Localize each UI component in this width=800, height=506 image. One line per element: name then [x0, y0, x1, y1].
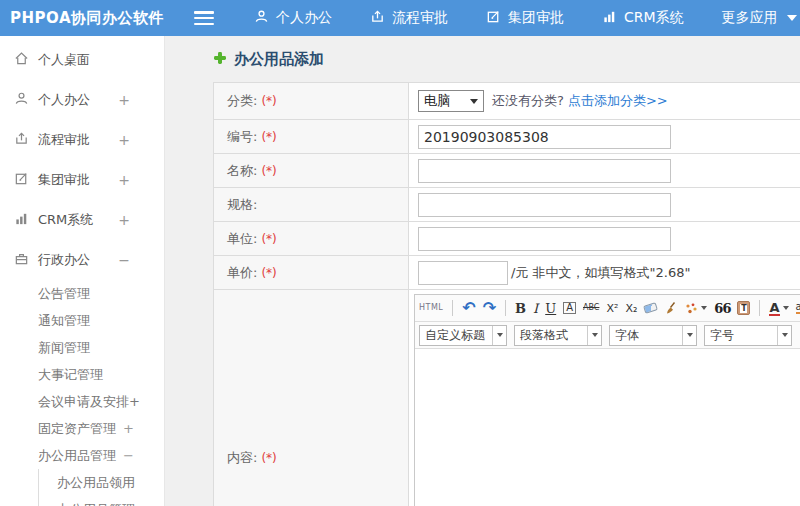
sidebar-item-label: 会议申请及安排+: [38, 393, 140, 411]
sidebar-item-label: 固定资产管理: [38, 420, 116, 438]
select-label: 字号: [710, 327, 734, 344]
sidebar-item-meetings[interactable]: 会议申请及安排+: [0, 388, 164, 415]
category-value-cell: 电脑 还没有分类? 点击添加分类>>: [409, 83, 800, 119]
font-family-select[interactable]: 字体: [609, 325, 697, 346]
required-marker: (*): [261, 232, 276, 246]
collapse-minus-icon[interactable]: −: [118, 252, 130, 268]
top-navigation: 个人办公 流程审批 集团审批 CRM系统 更多应用: [254, 9, 797, 27]
unit-label: 单位: (*): [214, 222, 409, 255]
name-input[interactable]: [418, 159, 671, 183]
paste-as-text-icon[interactable]: T: [737, 301, 750, 315]
select-label: 自定义标题: [425, 327, 485, 344]
select-caret-icon: [777, 326, 791, 345]
topbar: PHPOA协同办公软件 个人办公 流程审批 集团审批: [0, 0, 800, 36]
clean-format-broom-icon[interactable]: [664, 301, 678, 315]
font-size-select[interactable]: 字号: [704, 325, 792, 346]
expand-plus-icon[interactable]: +: [118, 92, 130, 108]
redo-icon[interactable]: ↷: [483, 300, 496, 316]
highlight-color-button[interactable]: ab: [796, 302, 800, 314]
select-caret-icon: [587, 326, 601, 345]
editor-toolbar-row1: HTML ↶ ↷ B I U A ABC X² X₂: [415, 295, 800, 322]
sidebar-item-personal-office[interactable]: 个人办公 +: [0, 80, 164, 120]
sidebar-item-fixed-assets[interactable]: 固定资产管理 +: [0, 415, 164, 442]
home-icon: [14, 51, 29, 69]
page-title: 办公用品添加: [213, 50, 800, 69]
sidebar-item-admin-office[interactable]: 行政办公 −: [0, 240, 164, 280]
paragraph-format-select[interactable]: 段落格式: [514, 325, 602, 346]
editor-content-area[interactable]: [415, 349, 800, 506]
nav-more-apps[interactable]: 更多应用: [722, 9, 797, 27]
bar-chart-icon: [602, 9, 617, 27]
sidebar-admin-submenu: 公告管理 通知管理 新闻管理 大事记管理 会议申请及安排+ 固定资产管理 + 办…: [0, 280, 164, 506]
format-painter-icon[interactable]: [685, 302, 707, 315]
sidebar-item-label: 集团审批: [38, 171, 90, 189]
html-source-button[interactable]: HTML: [419, 304, 443, 312]
collapse-minus-icon[interactable]: −: [123, 448, 134, 463]
sidebar-item-announcements[interactable]: 公告管理: [0, 280, 164, 307]
subscript-button[interactable]: X₂: [625, 303, 637, 314]
label-text: 编号:: [227, 128, 257, 146]
strikethrough-button[interactable]: ABC: [583, 304, 599, 312]
sidebar-item-news[interactable]: 新闻管理: [0, 334, 164, 361]
upload-icon: [14, 131, 29, 149]
caret-down-icon: [783, 306, 789, 310]
nav-label: 个人办公: [276, 9, 332, 27]
sidebar-item-office-supplies[interactable]: 办公用品管理 −: [0, 442, 164, 469]
toolbar-separator: [505, 300, 506, 316]
sidebar-item-crm[interactable]: CRM系统 +: [0, 200, 164, 240]
nav-group-approval[interactable]: 集团审批: [486, 9, 564, 27]
expand-plus-icon[interactable]: +: [123, 421, 134, 436]
label-text: 单位:: [227, 230, 257, 248]
expand-plus-icon[interactable]: +: [118, 212, 130, 228]
font-border-button[interactable]: A: [563, 302, 576, 314]
sidebar-item-label: 个人办公: [38, 91, 90, 109]
nav-crm[interactable]: CRM系统: [602, 9, 684, 27]
sidebar-item-group-approval[interactable]: 集团审批 +: [0, 160, 164, 200]
select-label: 字体: [615, 327, 639, 344]
person-icon: [14, 91, 29, 109]
select-caret-icon: [492, 326, 506, 345]
custom-heading-select[interactable]: 自定义标题: [419, 325, 507, 346]
main-content: 办公用品添加 分类: (*) 电脑 还没有分类? 点击添加分类>>: [166, 36, 800, 506]
italic-button[interactable]: I: [533, 302, 538, 315]
blockquote-button[interactable]: 66: [714, 302, 730, 315]
add-category-link[interactable]: 点击添加分类>>: [568, 92, 668, 110]
toolbar-separator: [452, 300, 453, 316]
form-row-category: 分类: (*) 电脑 还没有分类? 点击添加分类>>: [214, 83, 800, 120]
selected-option: 电脑: [424, 92, 450, 110]
name-value-cell: [409, 154, 800, 187]
sidebar-item-supplies-manage[interactable]: 办公用品管理: [39, 496, 164, 506]
sidebar-item-memorabilia[interactable]: 大事记管理: [0, 361, 164, 388]
form-row-code: 编号: (*): [214, 120, 800, 154]
sidebar-item-label: 公告管理: [38, 285, 90, 303]
code-input[interactable]: [418, 125, 671, 149]
font-color-button[interactable]: A: [769, 301, 788, 316]
unit-input[interactable]: [418, 227, 671, 251]
sidebar-item-notices[interactable]: 通知管理: [0, 307, 164, 334]
form-row-price: 单价: (*) /元 非中文，如填写格式"2.68": [214, 256, 800, 290]
price-input[interactable]: [418, 261, 508, 285]
select-caret-icon: [682, 326, 696, 345]
nav-personal-office[interactable]: 个人办公: [254, 9, 332, 27]
form-row-name: 名称: (*): [214, 154, 800, 188]
spec-input[interactable]: [418, 193, 671, 217]
sidebar-item-supplies-claim[interactable]: 办公用品领用: [39, 469, 164, 496]
edit-icon: [14, 171, 29, 189]
price-value-cell: /元 非中文，如填写格式"2.68": [409, 256, 800, 289]
category-hint: 还没有分类?: [492, 92, 564, 110]
nav-workflow-approval[interactable]: 流程审批: [370, 9, 448, 27]
category-select[interactable]: 电脑: [418, 90, 484, 112]
expand-plus-icon[interactable]: +: [118, 172, 130, 188]
form-row-content: 内容: (*) HTML ↶ ↷ B I: [214, 290, 800, 506]
underline-button[interactable]: U: [545, 302, 556, 315]
eraser-icon[interactable]: [644, 304, 657, 312]
undo-icon[interactable]: ↶: [462, 300, 475, 316]
sidebar-item-workflow-approval[interactable]: 流程审批 +: [0, 120, 164, 160]
label-text: 分类:: [227, 92, 257, 110]
upload-icon: [370, 9, 385, 27]
sidebar-item-personal-desktop[interactable]: 个人桌面: [0, 40, 164, 80]
expand-plus-icon[interactable]: +: [118, 132, 130, 148]
menu-toggle-icon[interactable]: [194, 11, 214, 25]
superscript-button[interactable]: X²: [606, 303, 618, 314]
bold-button[interactable]: B: [515, 302, 526, 315]
